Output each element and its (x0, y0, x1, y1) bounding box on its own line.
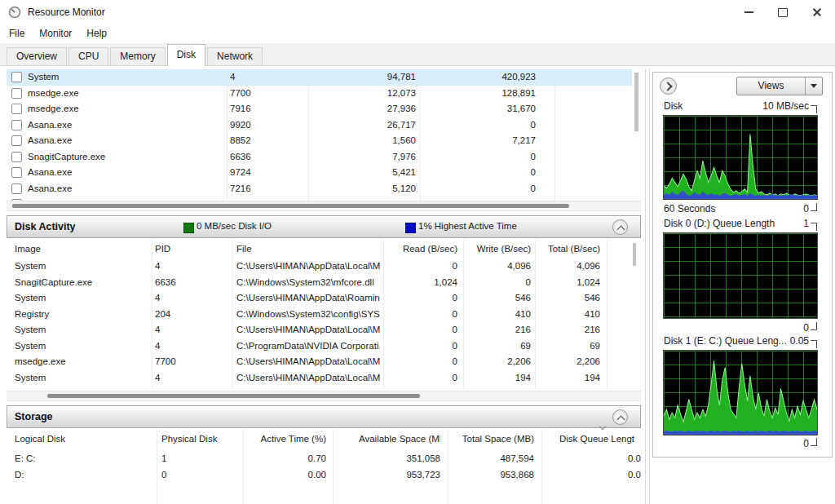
disk-activity-row[interactable]: System4C:\Users\HIMAN\AppData\Local\M...… (7, 322, 632, 338)
process-row[interactable]: System494,781420,923 (7, 69, 632, 86)
tab-memory[interactable]: Memory (110, 47, 165, 65)
process-checkbox[interactable] (11, 120, 22, 130)
collapse-storage-button[interactable] (612, 409, 628, 425)
process-row[interactable]: Asana.exe97245,4210 (7, 165, 632, 181)
storage-cell: 487,594 (453, 451, 534, 467)
disk-activity-cell: 216 (519, 322, 600, 338)
process-row[interactable]: msedge.exe770012,073128,891 (7, 86, 632, 102)
process-cell-pid: 7216 (230, 181, 300, 197)
disk-activity-row[interactable]: Registry204C:\Windows\System32\config\SY… (7, 307, 632, 323)
process-checkbox[interactable] (11, 72, 22, 82)
disk-activity-cell: C:\Users\HIMAN\AppData\Local\M... (236, 322, 380, 338)
maximize-button[interactable] (766, 0, 800, 24)
tab-overview[interactable]: Overview (7, 47, 67, 65)
tab-disk[interactable]: Disk (167, 44, 205, 66)
disk1-queue-graph (663, 350, 818, 435)
disk-activity-row[interactable]: msedge.exe7700C:\Users\HIMAN\AppData\Loc… (7, 354, 632, 370)
scale-tick (811, 105, 817, 113)
process-checkbox[interactable] (11, 135, 22, 146)
disk-activity-header: Disk Activity 0 MB/sec Disk I/O 1% Highe… (7, 215, 641, 238)
vertical-scrollbar-thumb[interactable] (634, 73, 638, 131)
storage-column-header[interactable]: Logical Disk (15, 431, 150, 448)
disk-activity-cell: C:\Users\HIMAN\AppData\Roamin... (236, 386, 380, 389)
disk-activity-row[interactable]: System4C:\ProgramData\NVIDIA Corporati..… (7, 338, 632, 355)
horizontal-scrollbar[interactable] (7, 201, 641, 211)
process-cell-name: Asana.exe (28, 117, 217, 134)
disk-activity-column-header[interactable]: Read (B/sec) (376, 241, 457, 258)
tab-network[interactable]: Network (207, 47, 263, 65)
tab-cpu[interactable]: CPU (68, 47, 108, 65)
process-row[interactable]: SnagitCapture.exe66367,9760 (7, 149, 632, 166)
disk-activity-cell: C:\Users\HIMAN\AppData\Local\M... (236, 370, 380, 387)
process-cell-write: 0 (422, 117, 536, 134)
disk-activity-cell: SnagitCapture.exe (15, 275, 150, 291)
disk-activity-cell: 0 (376, 259, 457, 275)
close-icon (812, 7, 822, 17)
process-checkbox[interactable] (11, 152, 22, 162)
views-dropdown-arrow[interactable] (805, 77, 822, 95)
process-cell-read: 26,717 (302, 117, 416, 134)
process-cell-name: Asana.exe (28, 181, 217, 197)
process-row[interactable]: Asana.exe992026,7170 (7, 117, 632, 134)
disk1-chart-footer: 0 (664, 438, 809, 449)
storage-column-header[interactable]: Physical Disk (161, 431, 239, 448)
horizontal-scrollbar-thumb[interactable] (47, 394, 420, 398)
disk-activity-cell: 0 (376, 370, 457, 387)
process-checkbox[interactable] (11, 167, 22, 178)
process-row[interactable]: Asana.exe88521,5607,217 (7, 133, 632, 149)
expand-panel-button[interactable] (660, 77, 677, 95)
title-bar: Resource Monitor (0, 0, 835, 24)
disk-activity-row[interactable]: System4C:\Users\HIMAN\AppData\Local\M...… (7, 259, 632, 275)
menu-help[interactable]: Help (79, 24, 114, 42)
disk-activity-cell: 194 (519, 370, 600, 387)
process-row[interactable]: msedge.exe791627,93631,670 (7, 101, 632, 117)
process-row[interactable]: Asana.exe72165,1200 (7, 181, 632, 197)
chart-title: Disk 1 (E: C:) Queue Leng... (664, 335, 787, 347)
minimize-button[interactable] (731, 0, 766, 24)
process-checkbox[interactable] (11, 88, 22, 99)
scale-tick (811, 438, 817, 446)
disk-activity-cell: 4 (155, 259, 228, 275)
storage-row[interactable]: E: C:10.70351,058487,5940.0 (7, 451, 644, 467)
disk-activity-column-header[interactable]: PID (155, 241, 228, 258)
close-button[interactable] (800, 0, 834, 24)
disk-activity-cell: 410 (519, 307, 600, 323)
process-checkbox[interactable] (11, 104, 22, 114)
process-cell-pid: 7916 (230, 101, 300, 117)
storage-cell: 0.70 (245, 451, 326, 467)
disk-activity-column-header[interactable]: Total (B/sec) (519, 241, 600, 258)
storage-column-header[interactable]: Available Space (MB) (359, 431, 440, 448)
chart-scale-min: 0 (803, 438, 809, 449)
menu-file[interactable]: File (2, 24, 32, 42)
collapse-disk-activity-button[interactable] (612, 219, 628, 235)
storage-cell: 0.0 (559, 451, 641, 467)
panel-splitter[interactable] (645, 69, 646, 504)
process-cell-pid: 9920 (230, 117, 300, 134)
disk-activity-row[interactable]: System4C:\Users\HIMAN\AppData\Roamin...0… (7, 290, 632, 307)
horizontal-scrollbar[interactable] (7, 391, 641, 401)
disk-activity-column-header[interactable]: File (236, 241, 380, 258)
horizontal-scrollbar-thumb[interactable] (12, 204, 569, 208)
disk-activity-row[interactable]: SnagitCapture.exe6636C:\Windows\System32… (7, 275, 632, 291)
disk-activity-row[interactable]: System4C:\Users\HIMAN\AppData\Roamin...5… (7, 386, 632, 389)
views-button[interactable]: Views (736, 77, 823, 95)
process-cell-write: 420,923 (422, 69, 536, 86)
menu-monitor[interactable]: Monitor (32, 24, 79, 42)
process-cell-read: 94,781 (302, 69, 416, 86)
chart-scale-max: 1 (803, 218, 809, 229)
storage-column-header[interactable]: Active Time (%) (245, 431, 326, 448)
disk-activity-title: Disk Activity (15, 221, 76, 232)
storage-row[interactable]: D:00.00953,723953,8680.0 (7, 467, 644, 484)
disk-activity-cell: 546 (519, 290, 600, 307)
process-cell-name: System (28, 69, 217, 86)
menu-bar: FileMonitorHelp (0, 24, 835, 43)
disk-activity-column-header[interactable]: Image (15, 241, 150, 258)
vertical-scrollbar-thumb[interactable] (633, 243, 636, 266)
storage-column-header[interactable]: Total Space (MB) (453, 431, 534, 448)
disk-activity-cell: C:\Windows\System32\config\SYS... (236, 307, 380, 323)
disk-activity-row[interactable]: System4C:\Users\HIMAN\AppData\Local\M...… (7, 370, 632, 387)
process-checkbox[interactable] (11, 183, 22, 194)
panel-splitter[interactable] (649, 69, 650, 504)
storage-column-header[interactable]: Disk Queue Lengt (559, 431, 644, 448)
disk-activity-cell: C:\Users\HIMAN\AppData\Roamin... (236, 290, 380, 307)
